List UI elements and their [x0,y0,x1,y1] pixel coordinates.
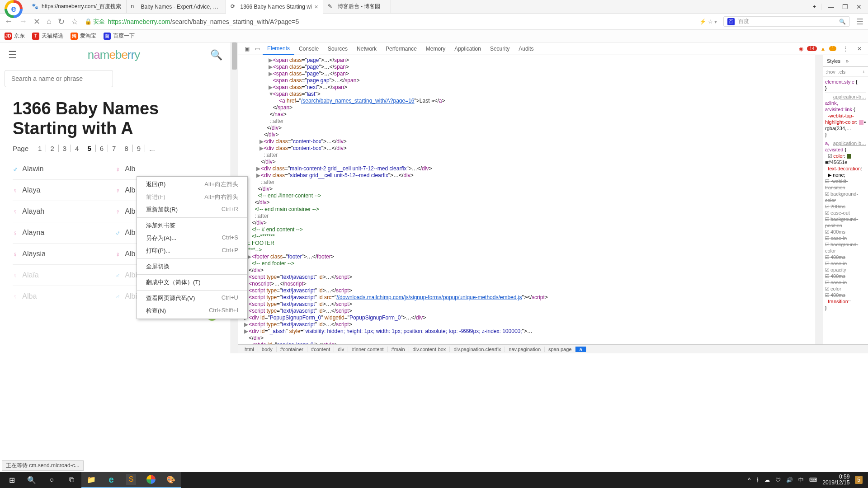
breadcrumb-item[interactable]: body [258,347,277,352]
taskbar-button[interactable]: 🔍 [22,472,42,488]
context-menu-item[interactable]: 返回(B)Alt+向左箭头 [137,178,247,191]
context-menu-item[interactable]: 查看网页源代码(V)Ctrl+U [137,292,247,305]
name-link[interactable]: ♀Alayah [13,201,115,222]
name-link[interactable]: ♂Alawin [13,159,115,180]
breadcrumb-item[interactable]: #content [307,347,334,352]
browser-tab[interactable]: nBaby Names - Expert Advice, Pop [127,0,226,14]
page-link[interactable]: 2 [46,145,58,152]
devtools-tab[interactable]: Network [352,42,381,55]
bookmark-item[interactable]: 淘爱淘宝 [71,32,96,40]
bookmark-item[interactable]: JD京东 [5,32,25,40]
styles-more[interactable]: » [846,58,849,64]
dom-breadcrumb[interactable]: htmlbody#container#contentdiv#inner-cont… [238,344,868,353]
tray-icon[interactable]: 🔊 [786,477,793,483]
name-link[interactable]: ♀Alaya [13,180,115,201]
breadcrumb-item[interactable]: a [576,347,586,352]
url-extras[interactable]: ⚡ ☆ ▾ [699,19,717,25]
breadcrumb-item[interactable]: span.page [545,347,576,352]
nav-home[interactable]: ⌂ [47,17,52,26]
context-menu-item[interactable]: 检查(N)Ctrl+Shift+I [137,305,247,317]
page-link[interactable]: 4 [71,145,83,152]
page-link[interactable]: 7 [108,145,120,152]
window-minimize[interactable]: — [828,3,834,10]
notification-badge[interactable]: 5 [855,476,863,484]
context-menu-item[interactable]: 打印(P)...Ctrl+P [137,244,247,257]
taskbar-clock[interactable]: 0:592019/12/15 [822,474,849,486]
taskbar-button[interactable]: ⧉ [61,472,81,488]
window-maximize[interactable]: ❐ [842,3,848,10]
bookmark-item[interactable]: 百百度一下 [104,32,135,40]
devtools-tab[interactable]: Console [294,42,323,55]
dom-tree[interactable]: ▶<span class="page">…</span> ▶<span clas… [238,55,816,344]
browser-search-box[interactable]: 百 百度 🔍 [723,16,850,27]
tray-icon[interactable]: ☁ [764,477,770,483]
taskbar-button[interactable]: e [101,472,121,488]
nav-reload[interactable]: ↻ [58,17,65,27]
page-link[interactable]: 8 [120,145,132,152]
taskbar-button[interactable]: S [121,472,141,488]
site-logo[interactable]: nameberry [17,48,210,62]
page-link[interactable]: 3 [59,145,71,152]
context-menu[interactable]: 返回(B)Alt+向左箭头前进(F)Alt+向右箭头重新加载(R)Ctrl+R添… [137,176,248,319]
page-link[interactable]: ... [145,145,159,152]
breadcrumb-item[interactable]: div.content-box [409,347,450,352]
taskbar-button[interactable]: ○ [42,472,61,488]
devtools-tab[interactable]: Sources [323,42,352,55]
page-link[interactable]: 6 [96,145,108,152]
context-menu-item[interactable]: 全屏切换 [137,260,247,273]
tray-icon[interactable]: 中 [798,476,804,484]
browser-tab[interactable]: ✎博客后台 - 博客园 [323,0,391,14]
devtools-tab[interactable]: Memory [421,42,450,55]
site-search-icon[interactable]: 🔍 [210,49,222,61]
devtools-tab[interactable]: Security [486,42,514,55]
tray-icon[interactable]: ⌨ [809,477,817,483]
breadcrumb-item[interactable]: #main [388,347,409,352]
bookmark-item[interactable]: T天猫精选 [32,32,63,40]
devtools-tab[interactable]: Audits [514,42,538,55]
breadcrumb-item[interactable]: #inner-content [348,347,387,352]
device-icon[interactable]: ▭ [252,46,263,52]
search-icon[interactable]: 🔍 [839,19,846,25]
new-tab-button[interactable]: + [808,4,821,10]
devtools-tab[interactable]: Elements [263,42,294,55]
context-menu-item[interactable]: 另存为(A)...Ctrl+S [137,232,247,244]
nav-stop[interactable]: ✕ [33,17,40,27]
breadcrumb-item[interactable]: html [241,347,258,352]
browser-tab[interactable]: ⟳1366 Baby Names Starting wi× [226,0,323,14]
site-search-input[interactable] [5,70,113,87]
breadcrumb-item[interactable]: div.pagination.clearfix [450,347,505,352]
breadcrumb-item[interactable]: div [334,347,348,352]
filter-hov[interactable]: :hov [826,69,835,75]
context-menu-item[interactable]: 重新加载(R)Ctrl+R [137,203,247,216]
filter-cls[interactable]: .cls [838,69,846,75]
name-link[interactable]: ♀Alayna [13,222,115,244]
devtools-close[interactable]: ✕ [854,46,864,52]
nav-bookmark-star[interactable]: ☆ [71,17,78,27]
filter-add[interactable]: + [863,69,865,75]
context-menu-item[interactable]: 翻成中文（简体）(T) [137,276,247,289]
devtools-tab[interactable]: Performance [381,42,421,55]
taskbar-button[interactable] [141,472,161,488]
devtools-tab[interactable]: Application [450,42,486,55]
breadcrumb-item[interactable]: nav.pagination [505,347,545,352]
inspect-icon[interactable]: ▣ [242,46,252,52]
tray-icon[interactable]: ᚼ [756,477,759,483]
taskbar-button[interactable]: 🎨 [161,472,181,488]
url-field[interactable]: 🔒 安全 https://nameberry.com/search/baby_n… [85,18,693,26]
taskbar-button[interactable]: 📁 [81,472,101,488]
page-link[interactable]: 1 [34,145,46,152]
site-menu-icon[interactable]: ☰ [8,49,17,61]
tray-icon[interactable]: ^ [748,477,751,483]
tray-icon[interactable]: 🛡 [775,477,781,483]
name-link[interactable]: ♀Alaïa [13,265,115,286]
page-link[interactable]: 9 [133,145,145,152]
styles-tab[interactable]: Styles [827,58,840,64]
name-link[interactable]: ♀Alba [13,286,115,307]
page-link[interactable]: 5 [83,145,95,152]
window-close[interactable]: ✕ [856,3,862,10]
breadcrumb-item[interactable]: #container [277,347,307,352]
nav-back[interactable]: ← [5,17,13,26]
dom-scrollbar[interactable] [816,55,823,344]
taskbar-button[interactable]: ⊞ [2,472,22,488]
name-link[interactable]: ♀Alaysia [13,244,115,265]
